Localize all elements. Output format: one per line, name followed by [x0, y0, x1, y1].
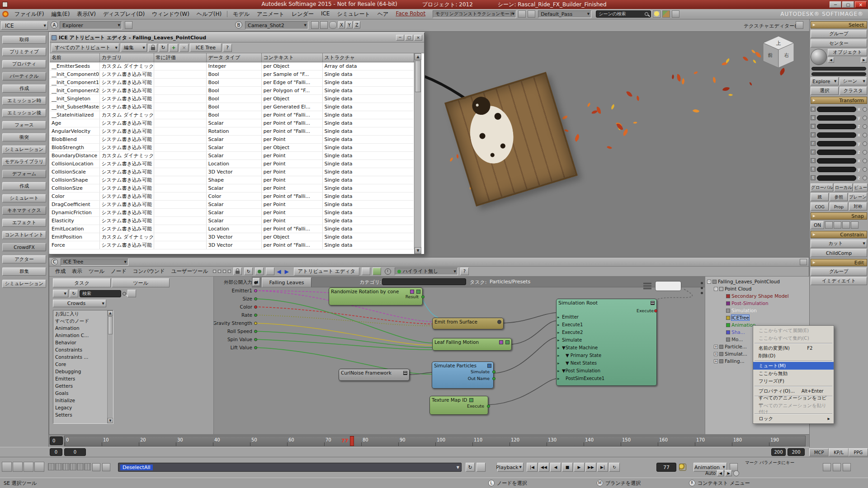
cog-button[interactable]: COG	[811, 202, 829, 211]
tree-node-label[interactable]: Particle...	[725, 344, 747, 349]
column-header[interactable]: ストラクチャ	[322, 53, 414, 62]
selection-sphere-widget[interactable]	[811, 49, 827, 65]
maximize-button[interactable]: ▢	[405, 35, 413, 41]
live-update-icon[interactable]	[255, 267, 264, 275]
root-input-port[interactable]: ▼ Next States	[557, 359, 656, 367]
toolbar-button[interactable]: プリミティブ	[2, 48, 46, 56]
list-item[interactable]: Goals	[53, 390, 113, 397]
node-search-input[interactable]: 検索	[80, 290, 121, 297]
tree-row[interactable]: ICETree	[707, 314, 810, 321]
tree-expander[interactable]: +	[714, 359, 718, 363]
transport-button[interactable]: ◀◀	[538, 463, 549, 472]
range-start-field[interactable]: 0	[50, 448, 62, 456]
exposed-port[interactable]: Spin Value	[215, 335, 257, 343]
srt-mode-icon[interactable]: r	[811, 150, 816, 155]
context-menu-item[interactable]: すべてのアニメーションを貼り付け	[753, 405, 834, 413]
transform-value-field[interactable]	[817, 107, 856, 112]
transport-button[interactable]: ▶	[574, 463, 585, 472]
node-randomize-rotation[interactable]: Randomize Rotation by cone Result	[329, 287, 423, 305]
toolbar-button[interactable]: エフェクト	[2, 219, 46, 227]
refresh-icon[interactable]: ↻	[159, 44, 168, 52]
transport-button[interactable]: ◀	[550, 463, 561, 472]
selection-button[interactable]: 選択	[811, 87, 839, 95]
tree-row[interactable]: Simulation	[707, 307, 810, 314]
attribute-row[interactable]: __Init_Component1D システム書き込み可能 Bool per E…	[50, 79, 414, 87]
column-header[interactable]: コンテキスト	[261, 53, 322, 62]
edit-section-header[interactable]: Edit	[811, 259, 867, 266]
symmetry-button[interactable]: 対称	[849, 202, 867, 211]
attribute-row[interactable]: __Init_SubsetMasterNode システム書き込み可能 Bool …	[50, 103, 414, 111]
toolbar-button[interactable]: 作成	[2, 182, 46, 190]
prev-filter-icon[interactable]: ◀	[828, 57, 834, 63]
list-item[interactable]: Initialize	[53, 397, 113, 404]
list-item[interactable]: Getters	[53, 383, 113, 390]
object-filter-button[interactable]: オブジェクト	[828, 49, 867, 56]
scroll-thumb[interactable]	[415, 61, 421, 92]
transport-button[interactable]: ↻	[609, 463, 620, 472]
attribute-row[interactable]: __Init_Singleton システム書き込み可能 Bool per Obj…	[50, 95, 414, 103]
exposed-port[interactable]: Roll Speed	[215, 327, 257, 335]
menu-item[interactable]: コンパウンド	[130, 267, 168, 276]
attribute-row[interactable]: CollisionScale システム書き込み可能 3D Vector per …	[50, 168, 414, 176]
toolbar-button[interactable]: キネマティクス	[2, 206, 46, 215]
list-item[interactable]: Constraints ...	[53, 354, 113, 361]
layers-icon[interactable]	[528, 10, 535, 18]
menu-item[interactable]: 表示(V)	[73, 9, 99, 19]
chevron-down-icon[interactable]: ▼	[457, 465, 459, 469]
toolbar-button[interactable]: シミュレーション	[2, 145, 46, 154]
node-texture-map-id[interactable]: Texture Map ID Execute	[429, 396, 488, 415]
tree-expander[interactable]: -	[707, 280, 711, 284]
snap-facet-icon[interactable]	[851, 221, 859, 229]
srt-mode-icon[interactable]: s	[811, 115, 816, 120]
port-display-icon[interactable]	[228, 270, 231, 273]
pass-dropdown[interactable]: Default_Pass	[538, 10, 591, 18]
srt-mode-icon[interactable]: r	[811, 141, 816, 146]
transport-button[interactable]: |◀	[527, 463, 538, 472]
all-attributes-dropdown[interactable]: すべてのアトリビュート	[52, 43, 119, 52]
toolbar-button[interactable]: シミュレート	[2, 194, 46, 202]
mute-icon[interactable]	[823, 463, 831, 471]
list-mode-dropdown[interactable]	[53, 290, 68, 297]
port-display-icon[interactable]	[223, 270, 226, 273]
menu-item[interactable]: アニメート	[253, 9, 288, 19]
attribute-row[interactable]: CollisionLocation システム書き込み可能 Location pe…	[50, 160, 414, 168]
menu-item[interactable]: ユーザーツール	[168, 267, 212, 276]
menu-item[interactable]: ICE	[317, 9, 334, 19]
snap-point-icon[interactable]	[825, 221, 833, 229]
attribute-row[interactable]: BlobStrength システム書き込み可能 Scalar per Objec…	[50, 144, 414, 152]
context-menu-item[interactable]: ここからすべて展開(E)	[753, 327, 834, 334]
edit-dropdown[interactable]: 編集	[121, 43, 147, 52]
node-emit-from-surface[interactable]: Emit from Surface	[432, 318, 504, 329]
ice-tree-view-dropdown[interactable]: ICE Tree	[61, 258, 128, 266]
attribute-row[interactable]: EmitPosition カスタム ダイナミック 3D Vector per O…	[50, 233, 414, 241]
context-menu-item[interactable]: ロック ▶	[753, 415, 834, 422]
context-menu-item[interactable]: ここから無効	[753, 370, 834, 377]
toolbar-button[interactable]: シミュレーション	[2, 280, 46, 288]
parent-button[interactable]: 親	[811, 193, 829, 201]
render-region-icon[interactable]	[518, 10, 526, 18]
search-icon[interactable]	[123, 292, 126, 296]
childcomp-button[interactable]: ChildComp	[811, 249, 867, 257]
transform-value-field[interactable]	[817, 158, 856, 164]
root-input-port[interactable]: ▼ Primary State	[557, 352, 656, 359]
panel-tab[interactable]: MCP	[809, 448, 829, 456]
menu-item[interactable]: 作成	[52, 267, 69, 276]
layout-preset-button[interactable]	[62, 463, 69, 470]
local-button[interactable]: ローカル	[834, 183, 853, 192]
tree-node-label[interactable]: Simulat...	[725, 351, 747, 357]
list-item[interactable]: Animation	[53, 325, 113, 332]
menu-item[interactable]: モデル	[229, 9, 253, 19]
context-menu-item[interactable]: ここからすべて集約(C)	[753, 334, 834, 342]
refresh-icon[interactable]: ↻	[244, 267, 253, 275]
node-simulation-root[interactable]: Simulation Root Execute EmitterExecute1E…	[556, 299, 657, 386]
attribute-row[interactable]: __StateInitialized カスタム ダイナミック Bool per …	[50, 111, 414, 119]
layout-icon[interactable]	[362, 267, 370, 275]
close-button[interactable]: ×	[855, 1, 867, 8]
selection-display-bar[interactable]	[811, 67, 866, 70]
plane-button[interactable]: プレーン	[849, 193, 867, 201]
add-preset-icon[interactable]	[127, 290, 136, 297]
snapshot-icon[interactable]	[266, 267, 274, 275]
toolbar-button[interactable]: アクター	[2, 255, 46, 263]
keyframe-icon[interactable]	[679, 464, 686, 471]
menu-item[interactable]: シミュレート	[333, 9, 373, 19]
